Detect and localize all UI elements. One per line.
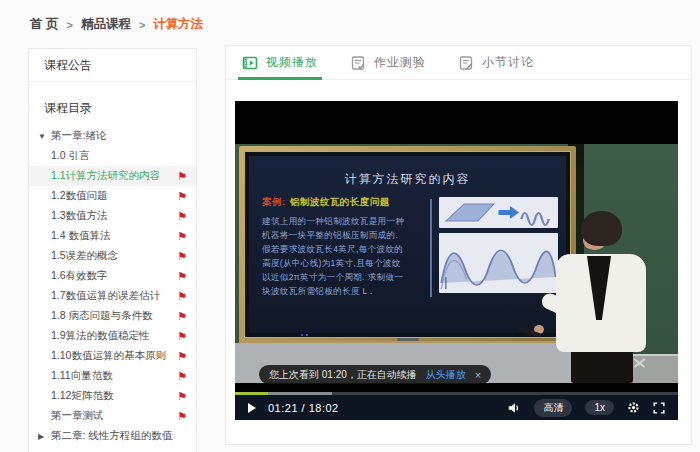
video-film-icon	[242, 55, 258, 71]
slide-body-line: 建筑上用的一种铝制波纹瓦是用一种	[262, 214, 428, 228]
breadcrumb-separator: >	[66, 19, 72, 31]
teacher-pants	[571, 349, 633, 383]
chapter-list-item[interactable]: 1.1计算方法研究的内容 ⚑	[29, 166, 196, 186]
screen-bezel: 计算方法研究的内容 案例:铝制波纹瓦的长度问题 建筑上用的一种铝制波纹瓦是用一种…	[244, 151, 571, 338]
flag-icon: ⚑	[177, 351, 187, 362]
chapter-list-item[interactable]: 1.5误差的概念 ⚑	[29, 246, 196, 266]
slide-case-line: 案例:铝制波纹瓦的长度问题	[262, 196, 428, 209]
teacher-hair	[581, 211, 622, 246]
chapter-item-label: 1.7数值运算的误差估计	[51, 289, 173, 303]
quality-button[interactable]: 高清	[534, 399, 572, 417]
speed-button[interactable]: 1x	[585, 400, 614, 415]
screen-status-leds	[301, 334, 308, 336]
chapter-list-item[interactable]: 1.6有效数字 ⚑	[29, 266, 196, 286]
time-display: 01:21 / 18:02	[268, 402, 339, 414]
chapter-list-item[interactable]: ▼ 第一章:绪论 ⚑	[29, 126, 196, 146]
resume-toast-message: 您上次看到 01:20，正在自动续播	[269, 368, 417, 382]
tab-bar: 视频播放 作业测验	[226, 46, 691, 80]
chapter-list-item[interactable]: 1.7数值运算的误差估计 ⚑	[29, 286, 196, 306]
discussion-clipboard-icon	[458, 55, 474, 71]
tab-label: 视频播放	[266, 54, 318, 71]
chapter-list-item[interactable]: 1.3数值方法 ⚑	[29, 206, 196, 226]
chapter-item-label: 1.0 引言	[51, 149, 173, 163]
breadcrumb: 首 页 > 精品课程 > 计算方法	[30, 16, 203, 33]
classroom-scene: 计算方法研究的内容 案例:铝制波纹瓦的长度问题 建筑上用的一种铝制波纹瓦是用一种…	[235, 144, 678, 383]
slide-body-line: 高度(从中心线)为1英寸,且每个波纹	[262, 256, 428, 270]
fullscreen-icon[interactable]	[653, 402, 665, 414]
flag-icon: ⚑	[177, 191, 187, 202]
breadcrumb-current-course: 计算方法	[153, 16, 203, 33]
course-announcement-header[interactable]: 课程公告	[29, 49, 196, 82]
chapter-list-item[interactable]: 1.8 病态问题与条件数 ⚑	[29, 306, 196, 326]
replay-from-start-link[interactable]: 从头播放	[426, 368, 466, 382]
chapter-item-label: 1.8 病态问题与条件数	[51, 309, 173, 323]
slide-case-title: 铝制波纹瓦的长度问题	[290, 196, 390, 207]
page: 首 页 > 精品课程 > 计算方法 课程公告 课程目录 ▼ 第一章:绪论 ⚑ 1…	[0, 0, 700, 452]
play-button[interactable]	[248, 403, 256, 413]
breadcrumb-separator: >	[139, 19, 145, 31]
chapter-list-item[interactable]: 1.0 引言 ⚑	[29, 146, 196, 166]
flag-icon: ⚑	[177, 371, 187, 382]
breadcrumb-courses[interactable]: 精品课程	[81, 16, 131, 33]
chapter-item-label: 第一章测试	[51, 409, 173, 423]
video-player: 计算方法研究的内容 案例:铝制波纹瓦的长度问题 建筑上用的一种铝制波纹瓦是用一种…	[235, 101, 678, 420]
flag-icon: ⚑	[177, 171, 187, 182]
chevron-icon: ▼	[38, 132, 51, 141]
chapter-item-label: 第一章:绪论	[51, 129, 173, 143]
slide-body-text: 建筑上用的一种铝制波纹瓦是用一种机器将一块平整的铝板压制而成的.假若要求波纹瓦长…	[262, 214, 428, 298]
slide-title: 计算方法研究的内容	[249, 171, 566, 188]
resume-toast: 您上次看到 01:20，正在自动续播 从头播放 ×	[259, 365, 491, 384]
flag-icon: ⚑	[177, 211, 187, 222]
video-controls: 01:21 / 18:02 高清 1x	[235, 395, 678, 420]
slide-divider	[430, 199, 432, 297]
chapter-item-label: 1.2数值问题	[51, 189, 173, 203]
course-catalog-title: 课程目录	[29, 94, 196, 122]
settings-gear-icon[interactable]	[627, 401, 640, 414]
chapter-item-label: 第二章: 线性方程组的数值解法	[51, 429, 173, 443]
flag-icon: ⚑	[177, 411, 187, 422]
slide-body-line: 假若要求波纹瓦长4英尺,每个波纹的	[262, 242, 428, 256]
tab-video-play[interactable]: 视频播放	[242, 46, 318, 79]
chapter-list-item[interactable]: 1.10数值运算的基本原则 ⚑	[29, 346, 196, 366]
course-sidebar: 课程公告 课程目录 ▼ 第一章:绪论 ⚑ 1.0 引言 ⚑ 1.1计算方法研究的…	[28, 48, 197, 452]
slide: 计算方法研究的内容 案例:铝制波纹瓦的长度问题 建筑上用的一种铝制波纹瓦是用一种…	[249, 156, 566, 333]
corrugated-sheet-diagram	[439, 233, 558, 293]
chapter-item-label: 1.10数值运算的基本原则	[51, 349, 173, 363]
tab-label: 小节讨论	[482, 54, 534, 71]
flag-icon: ⚑	[177, 231, 187, 242]
main-panel: 视频播放 作业测验	[225, 45, 692, 445]
chapter-list-item[interactable]: 第一章测试 ⚑	[29, 406, 196, 426]
flag-icon: ⚑	[177, 311, 187, 322]
chapter-list-item[interactable]: 1.11向量范数 ⚑	[29, 366, 196, 386]
slide-body-line: 以近似2π英寸为一个周期. 求制做一	[262, 270, 428, 284]
chapter-item-label: 1.12矩阵范数	[51, 389, 173, 403]
tab-section-discussion[interactable]: 小节讨论	[458, 46, 534, 79]
breadcrumb-home[interactable]: 首 页	[30, 16, 58, 33]
flag-icon: ⚑	[177, 251, 187, 262]
flag-icon: ⚑	[177, 391, 187, 402]
chapter-item-label: 1.9算法的数值稳定性	[51, 329, 173, 343]
chapter-list-item[interactable]: 1.9算法的数值稳定性 ⚑	[29, 326, 196, 346]
flat-sheet-diagram	[439, 197, 558, 228]
tab-label: 作业测验	[374, 54, 426, 71]
chapter-item-label: 1.11向量范数	[51, 369, 173, 383]
chapter-list-item[interactable]: 1.2数值问题 ⚑	[29, 186, 196, 206]
toast-close-icon[interactable]: ×	[475, 369, 481, 381]
slide-body-line: 块波纹瓦所需铝板的长度 L .	[262, 284, 428, 298]
chapter-item-label: 1.4 数值算法	[51, 229, 173, 243]
flag-icon: ⚑	[177, 271, 187, 282]
chapter-list-item[interactable]: ▶ 第二章: 线性方程组的数值解法 ⚑	[29, 426, 196, 446]
chapter-item-label: 1.5误差的概念	[51, 249, 173, 263]
volume-icon[interactable]	[507, 401, 521, 415]
chapter-list-item[interactable]: 1.4 数值算法 ⚑	[29, 226, 196, 246]
chapter-item-label: 1.6有效数字	[51, 269, 173, 283]
chapter-list: ▼ 第一章:绪论 ⚑ 1.0 引言 ⚑ 1.1计算方法研究的内容 ⚑ 1.2数值…	[29, 126, 196, 446]
flag-icon: ⚑	[177, 291, 187, 302]
chapter-item-label: 1.1计算方法研究的内容	[51, 169, 173, 183]
chapter-list-item[interactable]: 1.12矩阵范数 ⚑	[29, 386, 196, 406]
slide-body-line: 机器将一块平整的铝板压制而成的.	[262, 228, 428, 242]
chevron-icon: ▶	[38, 432, 51, 441]
chapter-item-label: 1.3数值方法	[51, 209, 173, 223]
presentation-screen: 计算方法研究的内容 案例:铝制波纹瓦的长度问题 建筑上用的一种铝制波纹瓦是用一种…	[239, 146, 576, 343]
tab-homework-quiz[interactable]: 作业测验	[350, 46, 426, 79]
